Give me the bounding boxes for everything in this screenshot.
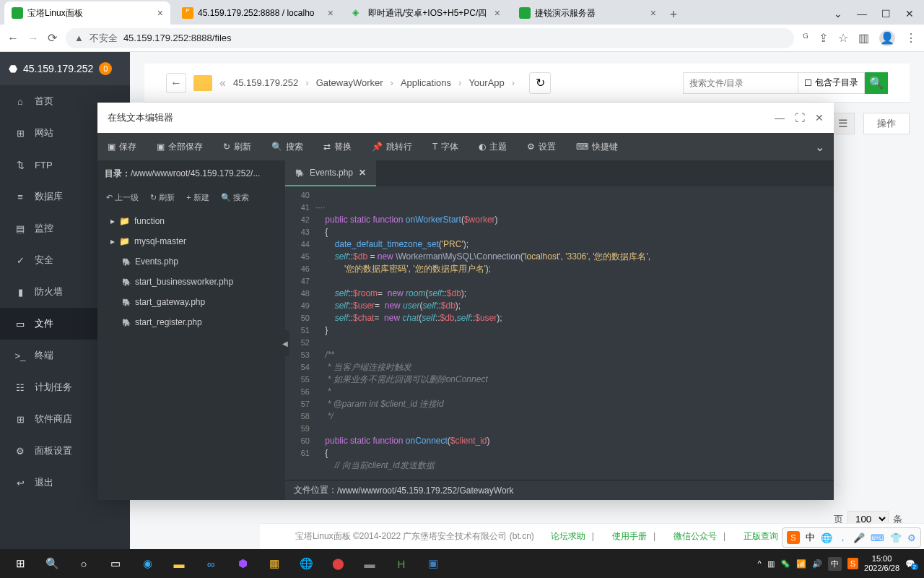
cortana-icon[interactable]: ○ [68, 549, 100, 578]
profile-icon[interactable]: 👤 [879, 30, 895, 46]
tree-item[interactable]: 🐘Events.php [97, 251, 285, 272]
clock[interactable]: 15:002022/6/28 [864, 554, 899, 573]
app-icon[interactable]: ⬤ [322, 549, 354, 578]
maximize-icon[interactable]: ☐ [881, 8, 891, 20]
close-icon[interactable]: ✕ [815, 112, 824, 124]
code-content[interactable]: ···· public static function onWorkerStar… [315, 186, 834, 480]
line-gutter: 4041424344454647484950515253545556575859… [285, 186, 315, 480]
back-icon[interactable]: ← [7, 32, 19, 45]
breadcrumb-item[interactable]: Applications [401, 77, 451, 88]
close-icon[interactable]: × [494, 7, 500, 19]
expand-icon[interactable]: « [219, 77, 226, 90]
tab[interactable]: P 45.159.179.252:8888 / localho × [175, 1, 341, 25]
url-bar[interactable]: ▲ 不安全 45.159.179.252:8888/files [66, 28, 794, 48]
list-view-button[interactable]: ☰ [830, 113, 855, 134]
tray-icon[interactable]: 📶 [796, 559, 806, 569]
tab[interactable]: ◈ 即时通讯/安卓+IOS+H5+PC/四 × [345, 1, 507, 25]
sidetool-新建[interactable]: + 新建 [182, 186, 213, 208]
sidetool-刷新[interactable]: ↻ 刷新 [146, 186, 179, 208]
app-icon[interactable]: H [385, 549, 417, 578]
editor-title-bar[interactable]: 在线文本编辑器 — ⛶ ✕ [97, 103, 834, 133]
close-icon[interactable]: × [328, 7, 334, 19]
sidetool-搜索[interactable]: 🔍 搜索 [217, 186, 253, 208]
editor-主题-button[interactable]: ◐主题 [468, 133, 517, 160]
ime-toolbar[interactable]: S 中 🌐 ， 🎤 ⌨ 👕 ⚙ [782, 527, 921, 548]
edge-icon[interactable]: ◉ [131, 549, 163, 578]
reload-button[interactable]: ↻ [529, 72, 551, 94]
sidetool-上一级[interactable]: ↶ 上一级 [102, 186, 143, 208]
chrome-icon[interactable]: 🌐 [290, 549, 322, 578]
reload-icon[interactable]: ⟳ [48, 31, 57, 45]
panel-icon[interactable]: ▥ [858, 31, 869, 45]
tree-item[interactable]: ▸📁mysql-master [97, 231, 285, 251]
editor-跳转行-button[interactable]: 📌跳转行 [362, 133, 422, 160]
app-icon[interactable]: ⬢ [227, 549, 258, 578]
toolbar-dropdown[interactable]: ⌄ [805, 140, 834, 154]
footer-link[interactable]: 正版查询 [744, 531, 778, 541]
close-icon[interactable]: × [650, 7, 656, 19]
tray-icon[interactable]: 🦠 [780, 559, 790, 569]
start-button[interactable]: ⊞ [4, 549, 36, 578]
ime-indicator[interactable]: 中 [828, 557, 842, 571]
browser-tab-strip: 宝塔Linux面板 × P 45.159.179.252:8888 / loca… [0, 0, 924, 25]
include-subdir-checkbox[interactable]: ☐包含子目录 [798, 72, 865, 94]
breadcrumb-item[interactable]: YourApp [468, 77, 504, 88]
tree-item[interactable]: 🐘start_register.php [97, 312, 285, 332]
editor-全部保存-button[interactable]: ▣全部保存 [147, 133, 213, 160]
operations-button[interactable]: 操作 [863, 113, 910, 134]
close-icon[interactable]: × [157, 7, 163, 19]
app-icon[interactable]: ▣ [417, 549, 449, 578]
url-text: 45.159.179.252:8888/files [123, 33, 232, 43]
minimize-icon[interactable]: — [857, 8, 867, 20]
tray-icon[interactable]: ▥ [767, 559, 775, 569]
tree-item[interactable]: 🐘start_businessworker.php [97, 272, 285, 292]
toolbar-icon: ▣ [108, 142, 116, 152]
tray-chevron-icon[interactable]: ^ [758, 559, 762, 568]
editor-设置-button[interactable]: ⚙设置 [517, 133, 566, 160]
close-icon[interactable]: ✕ [359, 168, 366, 178]
sidebar-icon: ⚙ [14, 446, 26, 457]
close-icon[interactable]: ✕ [905, 8, 914, 20]
app-icon[interactable]: ▦ [258, 549, 290, 578]
menu-icon[interactable]: ⋮ [905, 31, 917, 45]
translate-icon[interactable]: ᴳ [803, 31, 808, 45]
minimize-icon[interactable]: — [775, 112, 785, 124]
footer-link[interactable]: 论坛求助 [551, 531, 585, 541]
editor-字体-button[interactable]: T字体 [422, 133, 468, 160]
editor-快捷键-button[interactable]: ⌨快捷键 [566, 133, 628, 160]
notifications-icon[interactable]: 💬2 [905, 559, 915, 569]
path-back-button[interactable]: ← [166, 73, 186, 93]
copyright: 宝塔Linux面板 ©2014-2022 广东堡塔安全技术有限公司 (bt.cn… [295, 530, 534, 543]
search-input[interactable] [683, 72, 798, 94]
forward-icon[interactable]: → [27, 32, 39, 45]
taskview-icon[interactable]: ▭ [100, 549, 131, 578]
sogou-tray-icon[interactable]: S [847, 558, 858, 569]
tray-icon[interactable]: 🔊 [812, 559, 822, 569]
editor-刷新-button[interactable]: ↻刷新 [213, 133, 261, 160]
chevron-down-icon[interactable]: ⌄ [834, 8, 842, 20]
code-editor[interactable]: 4041424344454647484950515253545556575859… [285, 186, 834, 480]
breadcrumb-item[interactable]: GatewayWorker [316, 77, 383, 88]
editor-搜索-button[interactable]: 🔍搜索 [261, 133, 313, 160]
tab[interactable]: 捷锐演示服务器 × [512, 1, 663, 25]
fullscreen-icon[interactable]: ⛶ [795, 112, 805, 124]
notification-badge[interactable]: 0 [99, 62, 112, 75]
tree-item[interactable]: 🐘start_gateway.php [97, 292, 285, 312]
footer-link[interactable]: 微信公众号 [674, 531, 717, 541]
editor-保存-button[interactable]: ▣保存 [97, 133, 147, 160]
tab-active[interactable]: 宝塔Linux面板 × [4, 1, 170, 25]
collapse-sidebar-button[interactable]: ◀ [281, 330, 289, 356]
footer-link[interactable]: 使用手册 [612, 531, 647, 541]
bookmark-icon[interactable]: ☆ [838, 31, 848, 45]
explorer-icon[interactable]: ▬ [163, 549, 195, 578]
app-icon[interactable]: ▬ [354, 549, 385, 578]
share-icon[interactable]: ⇪ [819, 31, 828, 45]
tree-item[interactable]: ▸📁function [97, 211, 285, 231]
new-tab-button[interactable]: + [663, 4, 684, 25]
search-button[interactable]: 🔍 [865, 72, 888, 94]
app-icon[interactable]: ∞ [195, 549, 227, 578]
breadcrumb-item[interactable]: 45.159.179.252 [233, 77, 298, 88]
search-icon[interactable]: 🔍 [36, 549, 68, 578]
editor-替换-button[interactable]: ⇄替换 [313, 133, 362, 160]
editor-tab[interactable]: 🐘 Events.php ✕ [285, 160, 376, 186]
